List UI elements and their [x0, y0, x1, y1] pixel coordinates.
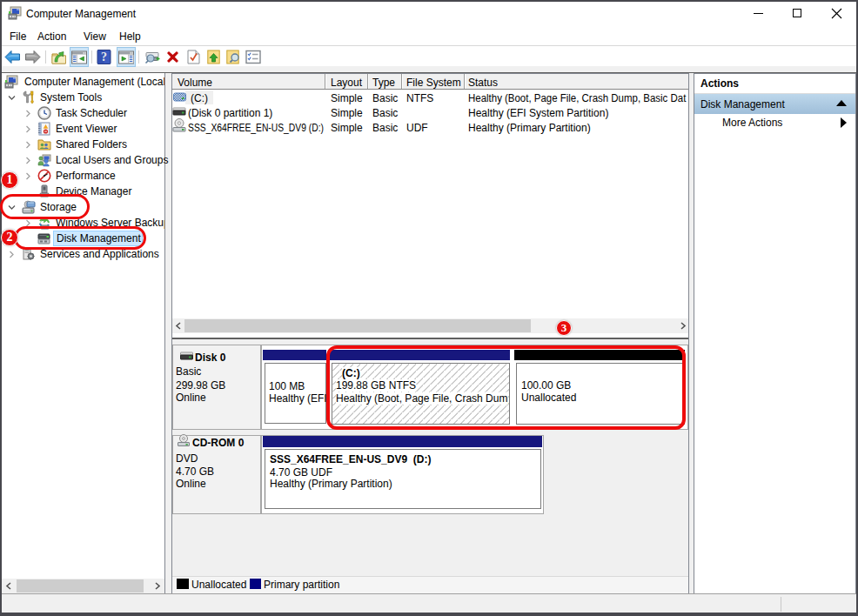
svg-text:?: ?: [101, 50, 107, 64]
